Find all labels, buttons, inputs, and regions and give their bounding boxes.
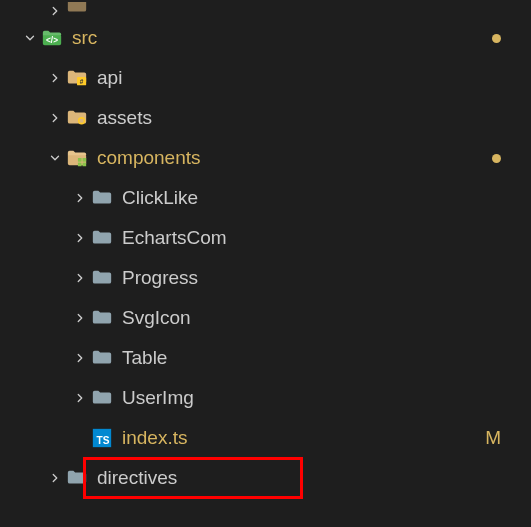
folder-icon [65,466,89,490]
folder-api-icon: # [65,66,89,90]
chevron-right-icon [45,111,65,125]
tree-item-label: components [97,147,201,169]
chevron-right-icon [70,191,90,205]
tree-item-label: api [97,67,122,89]
folder-components-icon [65,146,89,170]
typescript-file-icon: TS [90,426,114,450]
folder-icon [65,2,89,18]
svg-text:TS: TS [97,435,110,446]
modified-status: M [485,427,501,449]
tree-item-table[interactable]: Table [0,338,531,378]
chevron-down-icon [20,31,40,45]
svg-rect-6 [83,158,87,162]
tree-item-label: Table [122,347,167,369]
tree-item-userimg[interactable]: UserImg [0,378,531,418]
tree-item-cutoff[interactable] [0,2,531,18]
chevron-right-icon [70,271,90,285]
tree-item-label: directives [97,467,177,489]
tree-item-src[interactable]: </> src [0,18,531,58]
tree-item-label: SvgIcon [122,307,191,329]
svg-rect-7 [78,163,82,167]
modified-indicator [492,34,501,43]
svg-text:#: # [80,78,84,85]
svg-rect-5 [78,158,82,162]
tree-item-api[interactable]: # api [0,58,531,98]
folder-icon [90,306,114,330]
tree-item-label: src [72,27,97,49]
svg-rect-8 [83,163,87,167]
tree-item-label: EchartsCom [122,227,227,249]
tree-item-label: Progress [122,267,198,289]
tree-item-directives[interactable]: directives [0,458,531,498]
chevron-right-icon [70,311,90,325]
folder-src-icon: </> [40,26,64,50]
file-explorer-tree: </> src # api assets components [0,0,531,498]
chevron-right-icon [70,391,90,405]
tree-item-clicklike[interactable]: ClickLike [0,178,531,218]
chevron-down-icon [45,151,65,165]
tree-item-label: ClickLike [122,187,198,209]
folder-icon [90,266,114,290]
tree-item-label: UserImg [122,387,194,409]
chevron-right-icon [45,4,65,18]
svg-rect-4 [80,119,84,123]
chevron-right-icon [45,71,65,85]
modified-indicator [492,154,501,163]
folder-icon [90,186,114,210]
tree-item-assets[interactable]: assets [0,98,531,138]
tree-item-echartscom[interactable]: EchartsCom [0,218,531,258]
tree-item-progress[interactable]: Progress [0,258,531,298]
tree-item-index-ts[interactable]: TS index.ts M [0,418,531,458]
svg-text:</>: </> [46,36,58,45]
tree-item-label: assets [97,107,152,129]
tree-item-label: index.ts [122,427,187,449]
folder-icon [90,226,114,250]
chevron-right-icon [70,231,90,245]
folder-assets-icon [65,106,89,130]
tree-item-svgicon[interactable]: SvgIcon [0,298,531,338]
tree-item-components[interactable]: components [0,138,531,178]
folder-icon [90,386,114,410]
chevron-right-icon [70,351,90,365]
folder-icon [90,346,114,370]
chevron-right-icon [45,471,65,485]
